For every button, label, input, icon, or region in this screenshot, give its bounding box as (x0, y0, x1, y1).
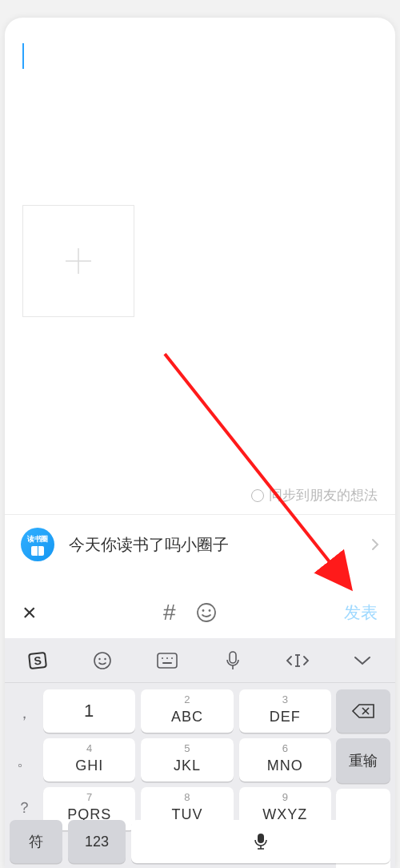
keypad-key[interactable]: 2ABC (141, 689, 233, 733)
svg-point-8 (98, 657, 100, 659)
sync-label: 同步到朋友的想法 (269, 486, 378, 504)
key-number: 7 (86, 791, 92, 803)
keyboard-layout-button[interactable] (143, 652, 191, 669)
punct-key[interactable]: 。 (10, 750, 38, 771)
hashtag-button[interactable]: # (163, 600, 176, 625)
keyboard-toolbar: S (5, 638, 395, 683)
svg-rect-15 (230, 652, 236, 663)
plus-icon (61, 243, 96, 279)
voice-input-button[interactable] (209, 650, 257, 671)
svg-text:S: S (33, 653, 42, 667)
key-number: 9 (282, 791, 288, 803)
punct-key[interactable]: ， (10, 703, 38, 724)
smile-icon (93, 651, 112, 670)
svg-point-7 (94, 653, 110, 669)
punct-key[interactable]: ？ (10, 798, 38, 818)
svg-rect-10 (158, 653, 177, 668)
key-number: 6 (282, 742, 288, 754)
microphone-icon (225, 650, 241, 671)
reinput-key[interactable]: 重输 (336, 738, 390, 783)
svg-rect-22 (258, 834, 264, 843)
compose-area[interactable] (5, 18, 395, 317)
svg-point-9 (104, 657, 106, 659)
keyboard: S (5, 638, 395, 868)
keypad-key[interactable]: 5JKL (141, 738, 233, 782)
key-number: 8 (184, 791, 190, 803)
svg-point-3 (202, 609, 204, 612)
svg-point-12 (166, 657, 168, 659)
input-method-button[interactable]: S (14, 650, 62, 671)
key-letters: MNO (267, 757, 303, 774)
key-number: 1 (84, 701, 94, 721)
chevron-right-icon (371, 538, 379, 551)
add-photo-button[interactable] (22, 205, 134, 317)
key-number: 3 (282, 693, 288, 705)
keyboard-bottom-row: 符 123 (5, 820, 395, 863)
key-number: 5 (184, 742, 190, 754)
keypad-key[interactable]: 4GHI (43, 738, 135, 782)
group-icon-label: 读书圈 (27, 534, 48, 545)
backspace-icon (351, 703, 375, 719)
svg-rect-14 (162, 662, 172, 664)
symbol-key[interactable]: 符 (10, 820, 62, 863)
key-letters: JKL (174, 757, 201, 774)
group-icon: 读书圈 (21, 528, 54, 561)
publish-button[interactable]: 发表 (344, 601, 378, 624)
cursor-move-icon (286, 653, 310, 669)
smile-icon (195, 601, 218, 624)
number-toggle-key[interactable]: 123 (68, 820, 126, 863)
backspace-key[interactable] (336, 689, 390, 733)
book-icon (31, 546, 44, 556)
key-number: 4 (86, 742, 92, 754)
chevron-down-icon (353, 655, 372, 666)
text-caret (22, 43, 24, 69)
sogou-icon: S (27, 650, 48, 671)
action-toolbar: × # 发表 (5, 588, 395, 637)
svg-point-4 (208, 609, 210, 612)
radio-empty-icon (251, 489, 264, 502)
emoji-keyboard-button[interactable] (78, 651, 126, 670)
compose-card: 同步到朋友的想法 读书圈 今天你读书了吗小圈子 × # 发表 (5, 18, 395, 868)
keypad-key[interactable]: 3DEF (239, 689, 331, 733)
svg-point-11 (162, 657, 163, 659)
svg-point-13 (171, 657, 173, 659)
key-letters: GHI (75, 757, 103, 774)
keyboard-icon (156, 652, 178, 669)
key-letters: DEF (270, 709, 301, 725)
key-letters: ABC (171, 709, 203, 725)
microphone-icon (252, 831, 270, 852)
emoji-button[interactable] (195, 601, 218, 624)
close-button[interactable]: × (22, 601, 37, 625)
space-key[interactable] (131, 820, 390, 863)
sync-toggle[interactable]: 同步到朋友的想法 (251, 486, 378, 504)
keypad-key[interactable]: 6MNO (239, 738, 331, 782)
keypad-key[interactable]: 1 (43, 689, 135, 733)
key-number: 2 (184, 693, 190, 705)
group-title: 今天你读书了吗小圈子 (69, 534, 357, 556)
svg-point-2 (198, 604, 215, 621)
cursor-move-button[interactable] (274, 653, 322, 669)
group-selector[interactable]: 读书圈 今天你读书了吗小圈子 (5, 514, 395, 574)
collapse-keyboard-button[interactable] (338, 655, 386, 666)
